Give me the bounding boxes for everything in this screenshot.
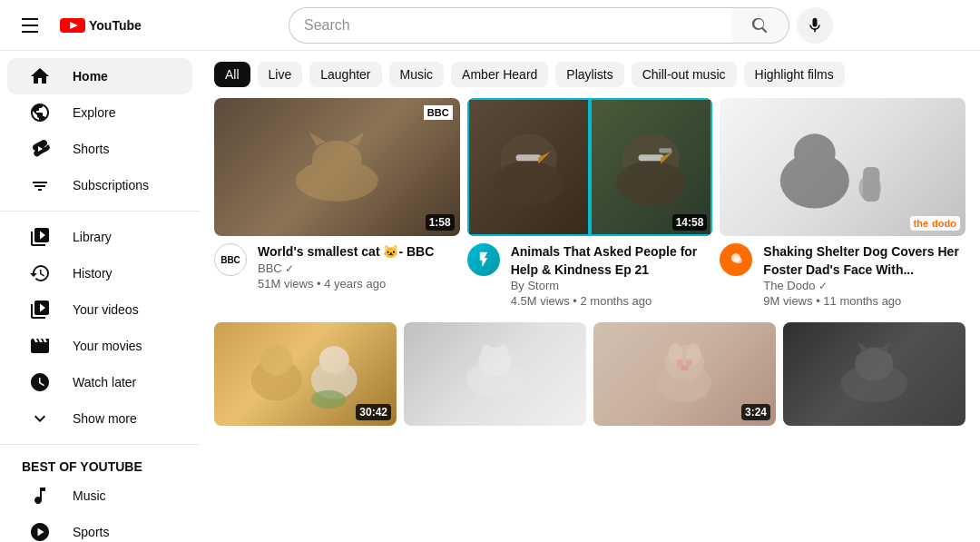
sidebar-label-music: Music [73,488,106,503]
filter-chip-amber-heard[interactable]: Amber Heard [451,62,548,87]
svg-point-21 [735,258,742,264]
svg-point-17 [794,134,836,173]
watch-later-icon [29,371,51,393]
video-card-1[interactable]: BBC 1:58 BBC World's smallest cat 🐱- BBC… [214,98,460,308]
bottom-video-4[interactable] [783,322,965,425]
bottom-duration-3: 3:24 [741,404,770,420]
sidebar-label-show-more: Show more [73,411,137,426]
history-icon [29,262,51,284]
filter-chip-live[interactable]: Live [258,62,303,87]
filter-chip-all[interactable]: All [214,62,250,87]
sidebar-item-sports[interactable]: Sports [7,514,192,542]
main-container: Home Explore Shorts Subscriptions [0,51,980,542]
bottom-video-1[interactable]: 30:42 [214,322,397,425]
video-channel-2: By Storm [511,279,713,292]
white-animal [440,343,550,405]
video-meta-2: 4.5M views • 2 months ago [511,294,713,308]
storm-avatar-icon [475,251,493,269]
sidebar-label-watch-later: Watch later [73,375,136,389]
sidebar-item-watch-later[interactable]: Watch later [7,364,192,400]
thumbnail-2: 14:58 [467,98,713,236]
filter-chip-playlists[interactable]: Playlists [555,62,623,87]
video-title-3: Shaking Shelter Dog Covers Her Foster Da… [763,243,965,279]
sports-icon [29,521,51,542]
search-input[interactable] [289,7,731,44]
sidebar-label-shorts: Shorts [73,142,109,156]
filter-chip-laughter[interactable]: Laughter [309,62,381,87]
mic-button[interactable] [797,7,833,44]
dog-image [744,112,941,222]
svg-rect-15 [659,148,671,153]
bottom-thumbnail-1: 30:42 [214,322,397,425]
search-bar [289,7,833,44]
video-info-3: Shaking Shelter Dog Covers Her Foster Da… [720,236,965,308]
explore-icon [29,102,51,123]
show-more-icon [29,408,51,429]
svg-point-25 [319,346,349,374]
sidebar-label-your-videos: Your videos [73,302,139,317]
video-card-2[interactable]: 14:58 Animals That Asked People for Help… [467,98,713,308]
dodo-avatar-icon [727,251,745,269]
shorts-icon [29,138,51,160]
svg-point-36 [685,360,692,367]
videos-section: BBC 1:58 BBC World's smallest cat 🐱- BBC… [200,98,980,426]
hamburger-menu[interactable] [15,11,45,40]
video-card-3[interactable]: the dodo Shaking Shelter Dog Covers Her … [720,98,965,308]
channel-avatar-3 [720,243,752,276]
search-button[interactable] [731,7,789,44]
svg-point-12 [616,161,686,205]
svg-point-23 [260,345,293,375]
mic-icon [806,16,824,34]
header: YouTube [0,0,980,51]
svg-point-39 [855,348,893,381]
avatar-text-1: BBC [220,255,240,265]
sidebar-item-your-movies[interactable]: Your movies [7,328,192,364]
dark-animal [810,338,938,409]
svg-rect-13 [639,154,664,161]
filter-chip-music[interactable]: Music [389,62,445,87]
sidebar-item-music[interactable]: Music [7,478,192,514]
filter-chip-highlight[interactable]: Highlight films [744,62,845,87]
video-channel-3: The Dodo ✓ [763,279,965,292]
youtube-logo[interactable]: YouTube [60,16,142,34]
sidebar-label-home: Home [73,69,108,84]
svg-point-8 [494,161,564,205]
sidebar-item-your-videos[interactable]: Your videos [7,291,192,328]
verified-icon-3: ✓ [818,280,828,292]
video-details-1: World's smallest cat 🐱- BBC BBC ✓ 51M vi… [258,243,460,291]
sidebar-item-home[interactable]: Home [7,58,192,94]
bottom-duration-1: 30:42 [356,404,391,420]
sidebar-divider-2 [0,444,200,445]
best-of-youtube-header: BEST OF YOUTUBE [0,452,200,478]
bbc-overlay: BBC [424,105,453,120]
svg-rect-19 [863,167,879,202]
video-grid-bottom: 30:42 [214,322,965,425]
eagle-icon-left [481,113,576,222]
sidebar-label-subscriptions: Subscriptions [73,178,149,192]
sidebar-item-show-more[interactable]: Show more [7,400,192,437]
sidebar-item-history[interactable]: History [7,255,192,291]
eagle-left [467,98,590,236]
eagle-icon-right [603,113,699,222]
music-icon [29,485,51,507]
cat-image [263,125,410,208]
svg-point-4 [312,141,362,180]
sidebar-item-shorts[interactable]: Shorts [7,131,192,167]
video-info-1: BBC World's smallest cat 🐱- BBC BBC ✓ 51… [214,236,460,291]
sidebar-item-library[interactable]: Library [7,219,192,255]
video-channel-1: BBC ✓ [258,261,460,275]
channel-avatar-1: BBC [214,243,247,276]
sidebar: Home Explore Shorts Subscriptions [0,51,200,542]
sidebar-item-explore[interactable]: Explore [7,94,192,131]
sidebar-item-subscriptions[interactable]: Subscriptions [7,167,192,203]
sidebar-label-explore: Explore [73,105,115,120]
svg-point-29 [482,344,492,362]
bottom-video-2[interactable] [404,322,586,425]
video-title-1: World's smallest cat 🐱- BBC [258,243,460,261]
filter-chip-chill-out[interactable]: Chill-out music [632,62,737,87]
sidebar-label-library: Library [73,230,112,244]
sidebar-label-history: History [73,266,113,281]
sidebar-divider-1 [0,211,200,212]
bottom-video-3[interactable]: 3:24 [593,322,776,425]
svg-point-30 [498,344,508,362]
